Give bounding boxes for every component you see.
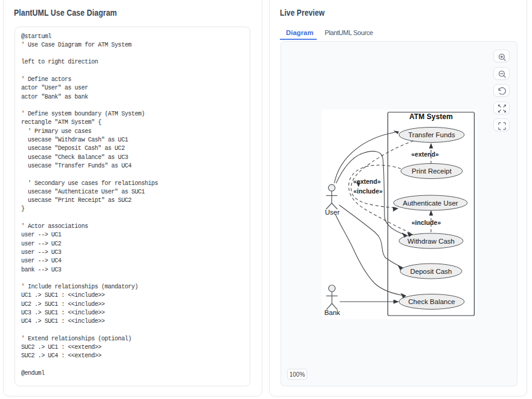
svg-text:«include»: «include» <box>412 219 441 226</box>
svg-text:Authenticate User: Authenticate User <box>403 199 458 207</box>
svg-text:Check Balance: Check Balance <box>408 298 455 305</box>
svg-text:Transfer Funds: Transfer Funds <box>408 131 455 138</box>
svg-text:Withdraw Cash: Withdraw Cash <box>407 238 455 245</box>
svg-text:Deposit Cash: Deposit Cash <box>410 268 452 275</box>
svg-text:Print Receipt: Print Receipt <box>412 167 452 175</box>
svg-text:«extend»: «extend» <box>411 151 439 158</box>
svg-text:User: User <box>325 209 340 216</box>
svg-text:ATM System: ATM System <box>409 112 453 121</box>
svg-text:«include»: «include» <box>353 187 383 195</box>
svg-text:«extend»: «extend» <box>353 178 381 185</box>
svg-text:Bank: Bank <box>324 309 340 316</box>
